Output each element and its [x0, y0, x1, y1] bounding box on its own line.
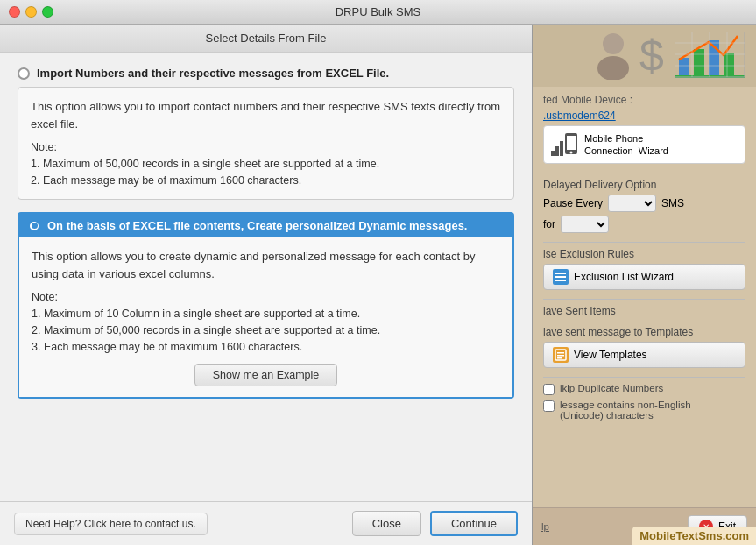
for-label: for: [543, 218, 555, 230]
divider3: [543, 299, 745, 300]
option1-text: Import Numbers and their respective mess…: [37, 67, 389, 80]
device-section: ted Mobile Device : .usbmodem624 Mobil: [543, 94, 745, 164]
skip-duplicate-section: ikip Duplicate Numbers lessage contains …: [543, 383, 745, 421]
mobile-phone-icon: [551, 131, 579, 158]
svg-rect-4: [694, 49, 704, 75]
dialog-content: Import Numbers and their respective mess…: [0, 53, 532, 501]
svg-point-20: [570, 152, 573, 154]
close-button[interactable]: Close: [352, 511, 421, 536]
pause-every-select[interactable]: [608, 195, 656, 212]
right-panel-content: ted Mobile Device : .usbmodem624 Mobil: [533, 87, 756, 507]
title-bar: DRPU Bulk SMS: [0, 0, 756, 25]
document-icon: [555, 349, 567, 361]
for-row: for: [543, 216, 745, 233]
list-icon: [555, 271, 567, 283]
pause-row: Pause Every SMS: [543, 195, 745, 212]
delayed-delivery-label: Delayed Delivery Option: [543, 179, 745, 191]
svg-rect-23: [555, 280, 566, 281]
svg-rect-27: [557, 357, 562, 359]
dialog-header: Select Details From File: [0, 25, 532, 53]
save-sent-section: lave Sent Items: [543, 305, 745, 317]
app-title: DRPU Bulk SMS: [336, 5, 421, 18]
chart-icon: [675, 32, 749, 80]
option2-note: Note: 1. Maximum of 10 Column in a singl…: [32, 289, 500, 355]
svg-text:$: $: [639, 32, 664, 80]
divider4: [543, 377, 745, 378]
maximize-window-button[interactable]: [42, 6, 53, 18]
for-select[interactable]: [561, 216, 609, 233]
exclusion-label-text: ise Exclusion Rules: [543, 248, 634, 260]
svg-rect-19: [567, 136, 576, 150]
option1-label[interactable]: Import Numbers and their respective mess…: [18, 67, 514, 80]
option2-body: This option allows you to create dynamic…: [19, 237, 512, 397]
window-controls[interactable]: [9, 6, 53, 18]
unicode-row: lessage contains non-English(Unicode) ch…: [543, 400, 745, 421]
pause-label: Pause Every: [543, 197, 603, 209]
option1-container: Import Numbers and their respective mess…: [18, 67, 514, 200]
help-contact-button[interactable]: Need Help? Click here to contact us.: [14, 513, 208, 535]
device-value[interactable]: .usbmodem624: [543, 110, 745, 122]
dollar-icon: $: [639, 32, 675, 80]
main-container: Select Details From File Import Numbers …: [0, 25, 756, 545]
view-templates-label: View Templates: [574, 349, 647, 361]
option2-radio-filled: [32, 223, 38, 229]
footer-buttons: Close Continue: [352, 511, 518, 536]
svg-rect-16: [555, 146, 559, 156]
exclusion-icon: [553, 269, 569, 285]
dialog-title: Select Details From File: [206, 32, 327, 45]
option2-header[interactable]: On the basis of EXCEL file contents, Cre…: [19, 214, 512, 237]
templates-label-text: lave sent message to Templates: [543, 326, 693, 338]
dialog-footer: Need Help? Click here to contact us. Clo…: [0, 501, 532, 545]
mobile-wizard-label: Mobile PhoneConnection Wizard: [584, 132, 668, 158]
template-icon: [553, 347, 569, 363]
divider1: [543, 173, 745, 173]
close-window-button[interactable]: [9, 6, 20, 18]
exclusion-label: ise Exclusion Rules: [543, 248, 745, 260]
dialog: Select Details From File Import Numbers …: [0, 25, 533, 545]
option2-radio-icon: [28, 220, 40, 232]
show-example-button[interactable]: Show me an Example: [194, 364, 338, 386]
svg-rect-25: [557, 352, 564, 354]
svg-rect-17: [560, 141, 563, 156]
minimize-window-button[interactable]: [25, 6, 37, 18]
right-panel-top: $: [533, 25, 756, 87]
svg-rect-22: [555, 276, 566, 278]
delayed-delivery-section: Delayed Delivery Option Pause Every SMS …: [543, 179, 745, 233]
templates-section: lave sent message to Templates View Temp…: [543, 326, 745, 368]
person-icon: [596, 32, 639, 80]
option2-container: On the basis of EXCEL file contents, Cre…: [18, 212, 514, 399]
divider2: [543, 242, 745, 243]
svg-rect-6: [724, 53, 734, 75]
option1-note: Note: 1. Maximum of 50,000 records in a …: [31, 139, 501, 188]
unicode-checkbox[interactable]: [543, 400, 555, 412]
exclusion-wizard-label: Exclusion List Wizard: [574, 271, 674, 283]
view-templates-button[interactable]: View Templates: [543, 342, 745, 368]
continue-button[interactable]: Continue: [430, 511, 518, 536]
svg-point-1: [597, 56, 629, 80]
unicode-label: lessage contains non-English(Unicode) ch…: [560, 400, 691, 421]
option1-description: This option allows you to import contact…: [31, 98, 501, 132]
skip-duplicate-checkbox[interactable]: [543, 384, 555, 395]
option2-description: This option allows you to create dynamic…: [32, 248, 500, 282]
option1-radio-icon: [18, 67, 30, 80]
svg-point-0: [603, 33, 624, 54]
right-panel: $: [533, 25, 756, 545]
exclusion-section: ise Exclusion Rules Exclusion List Wizar…: [543, 248, 745, 290]
option2-text: On the basis of EXCEL file contents, Cre…: [47, 219, 467, 232]
exclusion-wizard-button[interactable]: Exclusion List Wizard: [543, 264, 745, 290]
skip-duplicate-row: ikip Duplicate Numbers: [543, 383, 745, 395]
device-label: ted Mobile Device :: [543, 94, 745, 106]
help-button-rp[interactable]: lp: [541, 521, 549, 532]
sms-label: SMS: [661, 197, 684, 209]
svg-rect-3: [679, 58, 689, 75]
device-label-text: ted Mobile Device :: [543, 94, 632, 106]
option1-box: This option allows you to import contact…: [18, 87, 514, 200]
svg-rect-15: [551, 151, 555, 156]
save-sent-label: lave Sent Items: [543, 305, 745, 317]
mobile-connection-wizard-button[interactable]: Mobile PhoneConnection Wizard: [543, 125, 745, 164]
svg-rect-21: [555, 272, 566, 274]
save-sent-text: lave Sent Items: [543, 305, 616, 317]
skip-duplicate-label: ikip Duplicate Numbers: [560, 383, 663, 393]
svg-rect-26: [557, 355, 564, 357]
watermark: MobileTextSms.com: [632, 527, 756, 545]
